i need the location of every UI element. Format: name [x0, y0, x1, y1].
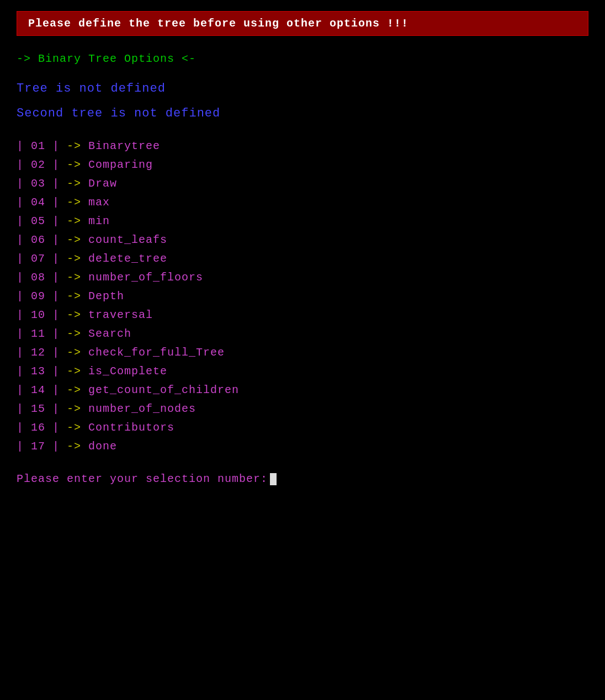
item-number: 01	[31, 140, 45, 152]
menu-item[interactable]: | 08 | -> number_of_floors	[17, 268, 588, 287]
item-number: 15	[31, 402, 45, 415]
menu-item[interactable]: | 14 | -> get_count_of_children	[17, 381, 588, 400]
second-tree-status: Second tree is not defined	[17, 107, 588, 120]
item-label: Comparing	[81, 158, 153, 171]
item-number: 10	[31, 309, 45, 321]
item-label: number_of_nodes	[81, 402, 196, 415]
menu-item[interactable]: | 13 | -> is_Complete	[17, 362, 588, 381]
item-label: check_for_full_Tree	[81, 346, 225, 359]
item-label: Contributors	[81, 421, 174, 434]
pipe-char2: |	[45, 271, 67, 284]
item-number: 13	[31, 365, 45, 378]
item-label: Binarytree	[81, 140, 160, 152]
arrow-char: ->	[67, 365, 81, 378]
arrow-char: ->	[67, 440, 81, 453]
menu-item[interactable]: | 11 | -> Search	[17, 325, 588, 343]
arrow-char: ->	[67, 402, 81, 415]
prompt-line: Please enter your selection number:	[17, 473, 588, 485]
pipe-char: |	[17, 421, 31, 434]
menu-item[interactable]: | 12 | -> check_for_full_Tree	[17, 343, 588, 362]
pipe-char: |	[17, 215, 31, 227]
menu-item[interactable]: | 09 | -> Depth	[17, 287, 588, 306]
item-number: 09	[31, 290, 45, 303]
item-label: Depth	[81, 290, 124, 303]
menu-item[interactable]: | 15 | -> number_of_nodes	[17, 400, 588, 418]
menu-item[interactable]: | 02 | -> Comparing	[17, 156, 588, 174]
tree-status: Tree is not defined	[17, 82, 588, 96]
menu-item[interactable]: | 05 | -> min	[17, 212, 588, 231]
arrow-char: ->	[67, 158, 81, 171]
pipe-char: |	[17, 140, 31, 152]
item-label: traversal	[81, 309, 153, 321]
pipe-char: |	[17, 234, 31, 246]
item-number: 05	[31, 215, 45, 227]
menu-item[interactable]: | 04 | -> max	[17, 193, 588, 212]
item-label: number_of_floors	[81, 271, 203, 284]
pipe-char2: |	[45, 440, 67, 453]
menu-item[interactable]: | 07 | -> delete_tree	[17, 250, 588, 268]
cursor-block	[270, 473, 277, 485]
item-label: Draw	[81, 177, 117, 190]
menu-item[interactable]: | 03 | -> Draw	[17, 174, 588, 193]
arrow-char: ->	[67, 140, 81, 152]
pipe-char: |	[17, 365, 31, 378]
item-label: min	[81, 215, 110, 227]
menu-list: | 01 | -> Binarytree| 02 | -> Comparing|…	[17, 137, 588, 456]
menu-item[interactable]: | 16 | -> Contributors	[17, 418, 588, 437]
pipe-char2: |	[45, 365, 67, 378]
arrow-char: ->	[67, 234, 81, 246]
menu-item[interactable]: | 06 | -> count_leafs	[17, 231, 588, 250]
item-label: count_leafs	[81, 234, 167, 246]
arrow-char: ->	[67, 196, 81, 209]
warning-banner: Please define the tree before using othe…	[17, 11, 588, 36]
arrow-char: ->	[67, 290, 81, 303]
pipe-char2: |	[45, 196, 67, 209]
menu-item[interactable]: | 01 | -> Binarytree	[17, 137, 588, 156]
item-number: 07	[31, 252, 45, 265]
menu-item[interactable]: | 10 | -> traversal	[17, 306, 588, 325]
pipe-char2: |	[45, 252, 67, 265]
pipe-char: |	[17, 158, 31, 171]
item-number: 02	[31, 158, 45, 171]
item-number: 14	[31, 384, 45, 396]
arrow-char: ->	[67, 309, 81, 321]
item-label: done	[81, 440, 117, 453]
item-number: 03	[31, 177, 45, 190]
item-label: get_count_of_children	[81, 384, 239, 396]
pipe-char2: |	[45, 421, 67, 434]
pipe-char: |	[17, 290, 31, 303]
pipe-char2: |	[45, 177, 67, 190]
item-label: max	[81, 196, 110, 209]
item-number: 08	[31, 271, 45, 284]
arrow-char: ->	[67, 177, 81, 190]
item-label: Search	[81, 327, 131, 340]
item-number: 04	[31, 196, 45, 209]
menu-item[interactable]: | 17 | -> done	[17, 437, 588, 456]
arrow-char: ->	[67, 252, 81, 265]
pipe-char: |	[17, 440, 31, 453]
pipe-char2: |	[45, 215, 67, 227]
pipe-char: |	[17, 196, 31, 209]
arrow-char: ->	[67, 346, 81, 359]
item-label: delete_tree	[81, 252, 167, 265]
pipe-char2: |	[45, 290, 67, 303]
pipe-char: |	[17, 309, 31, 321]
pipe-char2: |	[45, 346, 67, 359]
pipe-char: |	[17, 402, 31, 415]
pipe-char: |	[17, 177, 31, 190]
pipe-char: |	[17, 252, 31, 265]
arrow-char: ->	[67, 421, 81, 434]
pipe-char: |	[17, 271, 31, 284]
pipe-char2: |	[45, 234, 67, 246]
arrow-char: ->	[67, 327, 81, 340]
pipe-char: |	[17, 346, 31, 359]
pipe-char2: |	[45, 309, 67, 321]
item-number: 16	[31, 421, 45, 434]
pipe-char2: |	[45, 384, 67, 396]
arrow-char: ->	[67, 384, 81, 396]
pipe-char2: |	[45, 327, 67, 340]
item-number: 11	[31, 327, 45, 340]
pipe-char2: |	[45, 158, 67, 171]
header-title: -> Binary Tree Options <-	[17, 52, 588, 65]
prompt-text: Please enter your selection number:	[17, 473, 268, 485]
